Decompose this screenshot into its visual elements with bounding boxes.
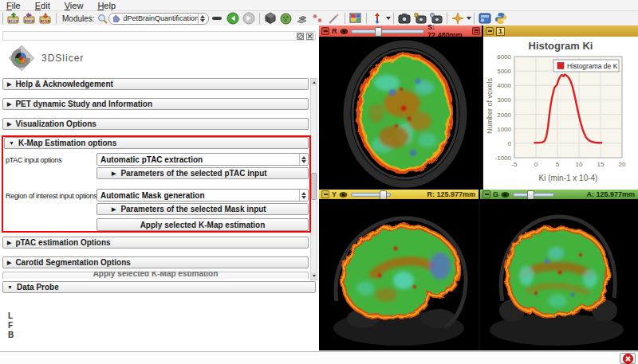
- section-kmap-estimation[interactable]: ▼K-Map Estimation options: [4, 137, 309, 149]
- updown-arrow-icon[interactable]: [369, 12, 385, 25]
- green-sphere-icon[interactable]: [278, 12, 294, 25]
- panel-scrollbar[interactable]: [310, 78, 317, 280]
- roi-input-combobox[interactable]: Automatic Mask generation: [96, 189, 309, 202]
- window-icon[interactable]: [477, 12, 493, 25]
- section-help-acknowledgement[interactable]: ▶Help & Acknowledgement: [2, 78, 309, 90]
- red-menu-button[interactable]: [472, 27, 480, 35]
- chart-x-axis-label: Ki (min-1 x 10-4): [514, 174, 622, 182]
- svg-text:5: 5: [556, 161, 560, 168]
- svg-text:0: 0: [534, 161, 538, 168]
- section-visualization-options[interactable]: ▶Visualization Options: [2, 118, 309, 130]
- forward-icon[interactable]: [241, 12, 257, 25]
- svg-text:DATA: DATA: [10, 20, 17, 23]
- modules-label: Modules:: [62, 14, 95, 23]
- svg-text:DCM: DCM: [26, 20, 33, 23]
- cube-icon[interactable]: [262, 12, 278, 25]
- svg-text:15: 15: [597, 161, 605, 168]
- menu-edit[interactable]: Edit: [35, 1, 50, 10]
- yellow-pin-button[interactable]: [321, 190, 329, 198]
- apply-kmap-button[interactable]: Apply selected K-Map estimation: [96, 218, 309, 231]
- red-view-bar: R S: 72.480mm: [319, 25, 482, 37]
- updown-dropdown-caret[interactable]: [386, 17, 391, 20]
- module-puzzle-icon: [112, 14, 121, 23]
- mask-params-button[interactable]: ▶Parameters of the selected Mask input: [96, 203, 309, 215]
- chart-y-axis-label: Number of voxels: [486, 58, 494, 154]
- chart-view-label: 1: [496, 27, 505, 36]
- stamp-icon[interactable]: [294, 12, 310, 25]
- save-icon[interactable]: SAVE: [37, 12, 53, 25]
- layout-grid-icon[interactable]: [348, 12, 364, 25]
- chart-view-bar: 1: [483, 25, 638, 37]
- module-history-icon[interactable]: [209, 12, 225, 25]
- menu-help[interactable]: Help: [97, 1, 116, 10]
- chart-view[interactable]: Histogram Ki Number of voxels -100001000…: [483, 37, 638, 190]
- svg-text:20: 20: [619, 161, 626, 168]
- svg-text:3000: 3000: [497, 96, 511, 104]
- svg-text:-1000: -1000: [495, 155, 512, 162]
- app-name: 3DSlicer: [41, 53, 84, 64]
- scroll-up-icon[interactable]: [311, 79, 317, 86]
- section-carotid-segmentation[interactable]: ▶Carotid Segmentation Options: [2, 256, 309, 268]
- svg-text:0: 0: [508, 140, 512, 147]
- red-slice-slider[interactable]: [351, 29, 424, 33]
- section-ptac-estimation[interactable]: ▶pTAC estimation Options: [2, 237, 309, 249]
- pencil-icon[interactable]: [326, 12, 342, 25]
- ptac-combobox-spinner[interactable]: [299, 154, 308, 165]
- toolbar: DATA DCM SAVE Modules: dPetBrainQuantifi…: [0, 11, 638, 26]
- module-panel: 3DSlicer ▶Help & Acknowledgement ▶PET dy…: [0, 25, 319, 364]
- python-console-icon[interactable]: [493, 12, 509, 25]
- orientation-label-l: L: [8, 311, 13, 320]
- yellow-view-bar: Y R: 125.977mm: [319, 190, 478, 199]
- menu-view[interactable]: View: [65, 1, 84, 10]
- green-slice-offset: A: 125.977mm: [586, 190, 635, 198]
- slicer-logo-row: 3DSlicer: [6, 43, 84, 73]
- screenshot-icon[interactable]: [396, 12, 412, 25]
- scene-capture-icon[interactable]: [412, 12, 428, 25]
- svg-text:1000: 1000: [497, 126, 511, 133]
- green-slice-slider[interactable]: [513, 193, 554, 197]
- svg-text:Histograma de K: Histograma de K: [567, 62, 618, 70]
- status-bar: [0, 351, 638, 364]
- roi-combobox-spinner[interactable]: [299, 190, 308, 201]
- crosshair-dropdown-caret[interactable]: [467, 17, 471, 20]
- chart-pin-button[interactable]: [486, 27, 494, 35]
- yellow-visibility-eye-icon[interactable]: [339, 191, 348, 198]
- module-search-icon[interactable]: [97, 12, 108, 25]
- section-data-probe[interactable]: ▼Data Probe: [2, 281, 316, 293]
- orientation-label-f: F: [8, 321, 13, 330]
- ptac-input-combobox[interactable]: Automatic pTAC extraction: [96, 153, 309, 166]
- menubar: File Edit View Help: [0, 0, 638, 11]
- svg-text:2000: 2000: [497, 112, 511, 119]
- ptac-params-button[interactable]: ▶Parameters of the selected pTAC input: [96, 167, 309, 179]
- svg-text:4000: 4000: [497, 82, 511, 89]
- histogram-plot[interactable]: -10000100020003000400050006000-505101520…: [483, 37, 638, 190]
- load-data-icon[interactable]: DATA: [6, 12, 22, 25]
- panel-float-icon[interactable]: [297, 33, 304, 40]
- panel-close-icon[interactable]: [306, 33, 313, 40]
- module-selector-spinner[interactable]: [198, 14, 207, 24]
- svg-text:SAVE: SAVE: [41, 20, 48, 23]
- yellow-slice-slider[interactable]: [351, 193, 391, 197]
- green-slice-view[interactable]: [480, 199, 638, 350]
- scroll-down-icon[interactable]: [311, 272, 317, 280]
- yellow-slice-view[interactable]: [319, 199, 478, 350]
- section-pet-dynamic-study[interactable]: ▶PET dynamic Study and Information: [2, 98, 309, 110]
- back-icon[interactable]: [225, 12, 241, 25]
- error-log-button[interactable]: [620, 353, 636, 364]
- dicom-icon[interactable]: DCM: [22, 12, 37, 25]
- scrollbar-thumb[interactable]: [311, 173, 317, 200]
- menu-file[interactable]: File: [6, 1, 21, 10]
- yellow-slice-offset: R: 125.977mm: [427, 190, 475, 198]
- svg-text:-5: -5: [511, 161, 518, 168]
- red-slice-view[interactable]: [319, 37, 482, 190]
- green-pin-button[interactable]: [482, 190, 490, 198]
- svg-text:5000: 5000: [497, 68, 511, 75]
- green-view-label: G: [493, 190, 498, 198]
- green-visibility-eye-icon[interactable]: [501, 191, 510, 198]
- red-pin-button[interactable]: [321, 27, 329, 35]
- svg-text:10: 10: [576, 161, 583, 168]
- fiducial-asterisk-icon[interactable]: [310, 12, 326, 25]
- module-selector[interactable]: dPetBrainQuantification: [108, 13, 209, 25]
- red-visibility-eye-icon[interactable]: [340, 28, 348, 35]
- panel-titlebar[interactable]: [2, 31, 316, 41]
